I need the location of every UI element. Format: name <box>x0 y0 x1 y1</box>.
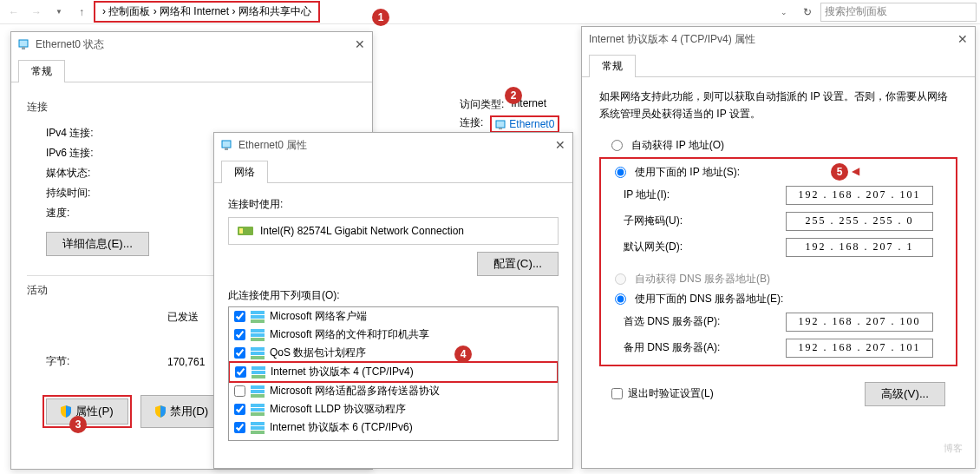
radio-input[interactable] <box>615 293 626 305</box>
list-item[interactable]: Internet 协议版本 6 (TCP/IPv6) <box>229 418 558 437</box>
badge-5-arrow: ◀ <box>852 165 859 177</box>
item-label: Internet 协议版本 6 (TCP/IPv6) <box>270 420 413 435</box>
item-label: Microsoft 网络的文件和打印机共享 <box>270 327 429 342</box>
item-checkbox[interactable] <box>234 311 245 322</box>
breadcrumb-item[interactable]: 网络和共享中心 <box>238 5 311 17</box>
breadcrumb[interactable]: › 控制面板 › 网络和 Internet › 网络和共享中心 <box>94 1 320 23</box>
badge-3: 3 <box>69 416 87 433</box>
ip-address-input[interactable]: 192 . 168 . 207 . 101 <box>786 186 933 205</box>
ipv6-label: IPv6 连接: <box>46 146 94 161</box>
validate-checkbox[interactable] <box>611 388 623 399</box>
details-button[interactable]: 详细信息(E)... <box>46 232 149 256</box>
speed-label: 速度: <box>46 206 69 221</box>
protocol-icon <box>252 366 265 379</box>
connection-link-highlight: Ethernet0 <box>490 115 559 133</box>
protocol-icon <box>251 385 265 398</box>
list-item[interactable]: 链路层拓扑发现响应程序 <box>229 437 558 441</box>
title-bar: Internet 协议版本 4 (TCP/IPv4) 属性 ✕ <box>582 27 975 51</box>
item-checkbox[interactable] <box>234 422 245 433</box>
badge-4: 4 <box>454 346 472 363</box>
item-checkbox[interactable] <box>234 347 245 359</box>
item-label: Internet 协议版本 4 (TCP/IPv4) <box>271 365 414 379</box>
validate-label: 退出时验证设置(L) <box>628 386 714 401</box>
disable-button[interactable]: 禁用(D) <box>140 395 224 428</box>
item-checkbox[interactable] <box>234 329 245 340</box>
gateway-input[interactable]: 192 . 168 . 207 . 1 <box>786 238 933 257</box>
window-title: Ethernet0 状态 <box>36 37 104 52</box>
dropdown-arrow[interactable]: ▼ <box>49 3 69 22</box>
radio-input[interactable] <box>611 140 623 151</box>
item-label: Microsoft 网络适配器多路传送器协议 <box>270 384 440 398</box>
advanced-button[interactable]: 高级(V)... <box>865 382 945 406</box>
ethernet-properties-window: Ethernet0 属性 ✕ 网络 连接时使用: Intel(R) 82574L… <box>213 132 573 469</box>
close-icon[interactable]: ✕ <box>957 32 968 46</box>
item-checkbox[interactable] <box>234 404 245 415</box>
window-title: Internet 协议版本 4 (TCP/IPv4) 属性 <box>589 32 755 47</box>
refresh-button[interactable]: ↻ <box>798 3 817 22</box>
radio-auto-dns: 自动获得 DNS 服务器地址(B) <box>603 269 954 289</box>
protocol-icon <box>251 422 265 434</box>
list-item[interactable]: Internet 协议版本 4 (TCP/IPv4) <box>228 361 559 383</box>
close-icon[interactable]: ✕ <box>355 37 365 51</box>
radio-input <box>615 273 626 285</box>
bytes-sent-value: 170,761 <box>167 356 205 368</box>
protocol-icon <box>251 404 265 416</box>
connection-link[interactable]: Ethernet0 <box>509 118 554 130</box>
tab-general[interactable]: 常规 <box>589 55 636 77</box>
network-icon <box>495 119 506 129</box>
breadcrumb-item[interactable]: 控制面板 <box>108 5 150 17</box>
gateway-label: 默认网关(D): <box>624 240 683 254</box>
radio-manual-dns[interactable]: 使用下面的 DNS 服务器地址(E): <box>603 289 954 309</box>
subnet-mask-input[interactable]: 255 . 255 . 255 . 0 <box>786 212 933 231</box>
ip-description: 如果网络支持此功能，则可以获取自动指派的 IP 设置。否则，你需要从网络系统管理… <box>599 88 957 123</box>
sent-label: 已发送 <box>167 310 199 325</box>
radio-input[interactable] <box>615 167 626 178</box>
protocol-icon <box>251 347 265 359</box>
address-bar: ← → ▼ ↑ › 控制面板 › 网络和 Internet › 网络和共享中心 … <box>0 0 980 24</box>
item-label: 链路层拓扑发现响应程序 <box>270 438 384 441</box>
properties-button[interactable]: 属性(P) <box>46 398 128 425</box>
ip-address-label: IP 地址(I): <box>624 188 670 202</box>
items-list[interactable]: Microsoft 网络客户端 Microsoft 网络的文件和打印机共享 Qo… <box>228 306 559 441</box>
badge-1: 1 <box>372 9 389 26</box>
list-item[interactable]: Microsoft 网络客户端 <box>229 307 558 326</box>
watermark: 博客 <box>944 442 963 455</box>
radio-manual-ip[interactable]: 使用下面的 IP 地址(S): <box>603 162 954 182</box>
bytes-label: 字节: <box>46 354 167 369</box>
forward-button[interactable]: → <box>26 3 47 22</box>
shield-icon <box>155 405 166 418</box>
item-label: Microsoft LLDP 协议驱动程序 <box>270 402 406 417</box>
configure-button[interactable]: 配置(C)... <box>477 252 559 276</box>
search-input[interactable]: 搜索控制面板 <box>820 3 977 22</box>
dns1-input[interactable]: 192 . 168 . 207 . 100 <box>786 313 933 332</box>
tab-network[interactable]: 网络 <box>221 161 268 183</box>
access-type-label: 访问类型: <box>460 97 504 112</box>
window-title: Ethernet0 属性 <box>238 138 307 153</box>
tab-general[interactable]: 常规 <box>18 60 65 82</box>
protocol-icon <box>251 311 265 323</box>
close-icon[interactable]: ✕ <box>555 138 565 152</box>
dropdown-icon[interactable]: ⌄ <box>774 3 794 22</box>
list-item[interactable]: Microsoft 网络的文件和打印机共享 <box>229 326 558 344</box>
up-button[interactable]: ↑ <box>71 3 92 22</box>
subnet-mask-label: 子网掩码(U): <box>624 214 683 228</box>
ipv4-label: IPv4 连接: <box>46 126 94 141</box>
item-checkbox[interactable] <box>234 440 245 441</box>
protocol-icon <box>251 440 265 442</box>
adapter-name-box: Intel(R) 82574L Gigabit Network Connecti… <box>228 217 559 245</box>
breadcrumb-item[interactable]: 网络和 Internet <box>160 5 229 17</box>
back-button[interactable]: ← <box>3 3 24 22</box>
list-item[interactable]: Microsoft 网络适配器多路传送器协议 <box>229 382 558 400</box>
radio-auto-ip[interactable]: 自动获得 IP 地址(O) <box>599 135 957 155</box>
dns2-label: 备用 DNS 服务器(A): <box>624 340 720 355</box>
ip-settings-highlight: 使用下面的 IP 地址(S): IP 地址(I):192 . 168 . 207… <box>599 157 957 366</box>
section-connection: 连接 <box>27 100 356 115</box>
list-item[interactable]: Microsoft LLDP 协议驱动程序 <box>229 400 558 418</box>
dns2-input[interactable]: 192 . 168 . 207 . 101 <box>786 339 933 358</box>
item-checkbox[interactable] <box>234 385 245 397</box>
list-item[interactable]: QoS 数据包计划程序 <box>229 344 558 362</box>
badge-5: 5 <box>831 163 848 181</box>
item-checkbox[interactable] <box>235 366 246 378</box>
media-label: 媒体状态: <box>46 166 90 181</box>
shield-icon <box>61 405 71 418</box>
